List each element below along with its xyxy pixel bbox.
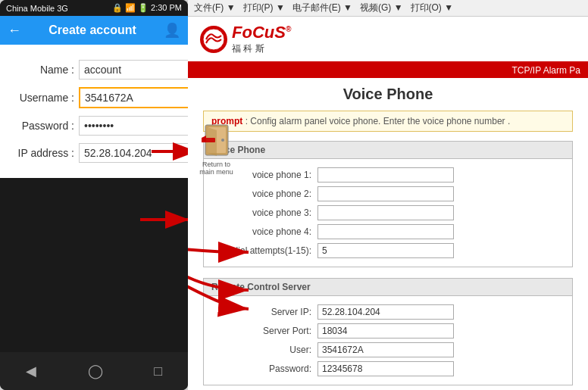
voice-phone-4-input[interactable] — [317, 224, 454, 239]
menu-video[interactable]: 视频(G) ▼ — [360, 2, 403, 14]
remote-body: Server IP: Server Port: User: Password: — [204, 296, 572, 385]
prompt-box: prompt : Config alarm panel voice phone.… — [203, 111, 573, 132]
user-row: User: — [211, 342, 565, 357]
voice-phone-3-input[interactable] — [317, 205, 454, 220]
server-port-input[interactable] — [317, 323, 454, 339]
back-nav-btn[interactable]: ◀ — [26, 363, 36, 379]
voice-phone-4-row: voice phone 4: — [211, 224, 565, 239]
menu-file[interactable]: 文件(F) ▼ — [194, 2, 236, 14]
voice-phone-header: Voice Phone — [204, 142, 572, 159]
status-bar: China Mobile 3G 🔒 📶 🔋 2:30 PM — [0, 0, 188, 16]
user-input[interactable] — [317, 342, 454, 357]
voice-phone-3-label: voice phone 3: — [211, 207, 317, 218]
carrier-text: China Mobile 3G — [6, 4, 68, 13]
ip-label: IP address : — [12, 147, 74, 159]
recent-nav-btn[interactable]: □ — [154, 363, 162, 379]
menu-print2[interactable]: 打印(O) ▼ — [411, 2, 454, 14]
tcp-banner: TCP/IP Alarm Pa — [188, 63, 588, 78]
remote-password-label: Password: — [211, 363, 317, 374]
voice-phone-3-row: voice phone 3: — [211, 205, 565, 220]
ip-input[interactable] — [79, 143, 188, 163]
remote-password-row: Password: — [211, 361, 565, 376]
menubar: 文件(F) ▼ 打印(P) ▼ 电子邮件(E) ▼ 视频(G) ▼ 打印(O) … — [188, 0, 588, 17]
user-icon[interactable]: 👤 — [164, 22, 180, 39]
svg-point-4 — [221, 139, 224, 142]
svg-marker-6 — [202, 136, 206, 142]
server-ip-row: Server IP: — [211, 304, 565, 320]
password-label: Password : — [12, 120, 74, 132]
logo-sub: 福 科 斯 — [232, 42, 291, 55]
redial-row: Redial attempts(1-15): — [211, 243, 565, 258]
web-body: Voice Phone prompt : Config alarm panel … — [188, 78, 588, 390]
server-ip-label: Server IP: — [211, 307, 317, 317]
remote-section: Remote Control Server Server IP: Server … — [203, 278, 573, 385]
logo-circle — [200, 26, 227, 53]
redial-label: Redial attempts(1-15): — [211, 245, 317, 256]
phone-form: Name : Username : Password : IP address … — [0, 45, 188, 178]
prompt-text: : Config alarm panel voice phone. Enter … — [246, 116, 511, 126]
voice-phone-2-label: voice phone 2: — [211, 189, 317, 199]
voice-phone-1-input[interactable] — [317, 167, 454, 183]
voice-phone-2-row: voice phone 2: — [211, 186, 565, 201]
bottom-nav: ◀ ◯ □ — [0, 352, 188, 390]
status-icons: 🔒 📶 🔋 2:30 PM — [112, 3, 182, 13]
name-input[interactable] — [79, 60, 188, 80]
name-field-row: Name : — [12, 60, 176, 80]
home-nav-btn[interactable]: ◯ — [88, 363, 103, 379]
nav-title: Create account — [27, 23, 158, 37]
back-button[interactable]: ← — [8, 23, 21, 39]
return-label: Return to main menu — [195, 161, 237, 176]
username-input[interactable] — [79, 87, 188, 108]
voice-phone-4-label: voice phone 4: — [211, 226, 317, 237]
phone-panel: China Mobile 3G 🔒 📶 🔋 2:30 PM ← Create a… — [0, 0, 188, 390]
password-input[interactable] — [79, 116, 188, 136]
logo-text: FoCuS® — [232, 23, 291, 42]
web-header: FoCuS® 福 科 斯 — [188, 17, 588, 63]
focus-logo: FoCuS® 福 科 斯 — [200, 23, 291, 55]
voice-phone-1-row: voice phone 1: — [211, 167, 565, 183]
return-to-main[interactable]: Return to main menu — [195, 121, 237, 176]
server-ip-input[interactable] — [317, 304, 454, 320]
remote-password-input[interactable] — [317, 361, 454, 376]
password-field-row: Password : — [12, 116, 176, 136]
user-label: User: — [211, 345, 317, 355]
phone-navbar: ← Create account 👤 — [0, 16, 188, 45]
page-title: Voice Phone — [203, 86, 573, 103]
ip-field-row: IP address : — [12, 143, 176, 163]
voice-phone-body: voice phone 1: voice phone 2: voice phon… — [204, 159, 572, 267]
menu-print[interactable]: 打印(P) ▼ — [243, 2, 285, 14]
server-port-row: Server Port: — [211, 323, 565, 339]
server-port-label: Server Port: — [211, 326, 317, 336]
redial-input[interactable] — [317, 243, 454, 258]
voice-phone-2-input[interactable] — [317, 186, 454, 201]
voice-phone-section: Voice Phone voice phone 1: voice phone 2… — [203, 141, 573, 267]
name-label: Name : — [12, 64, 74, 76]
username-label: Username : — [12, 92, 74, 104]
web-panel: 文件(F) ▼ 打印(P) ▼ 电子邮件(E) ▼ 视频(G) ▼ 打印(O) … — [188, 0, 588, 390]
menu-email[interactable]: 电子邮件(E) ▼ — [292, 2, 352, 14]
username-field-row: Username : — [12, 87, 176, 108]
remote-header: Remote Control Server — [204, 279, 572, 296]
